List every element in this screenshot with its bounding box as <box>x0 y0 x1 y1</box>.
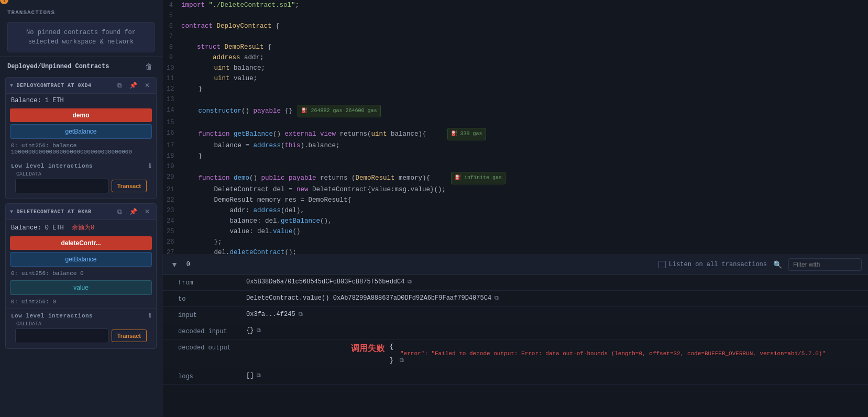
copy-address-icon[interactable]: ⧉ <box>115 81 124 90</box>
code-line: 21 DeleteContract del = new DeleteContra… <box>162 184 868 195</box>
close-deletecontract-icon[interactable]: ✕ <box>142 207 152 216</box>
line-number: 25 <box>162 226 182 237</box>
code-line: 19 <box>162 161 868 172</box>
line-number: 23 <box>162 205 182 216</box>
line-content: struct DemoResult { <box>181 42 868 52</box>
calldata-row-1: Transact <box>11 179 151 193</box>
line-number: 11 <box>162 73 182 84</box>
line-number: 6 <box>162 21 181 31</box>
lowlevel-header-2: Low level interactions ℹ <box>11 312 151 319</box>
code-line: 22 DemoResult memory res = DemoResult{ <box>162 195 868 205</box>
line-content: DemoResult memory res = DemoResult{ <box>182 195 868 205</box>
line-number: 17 <box>162 140 182 151</box>
line-content: value: del.value() <box>182 226 868 237</box>
tx-row-value: []⧉ <box>246 372 858 379</box>
getbalance-deploy-button[interactable]: getBalance <box>10 124 152 139</box>
tx-row-value: 0x3fa...4f245⧉ <box>246 311 858 318</box>
line-content: uint value; <box>182 73 868 84</box>
line-content: uint balance; <box>182 63 868 73</box>
copy-icon[interactable]: ⧉ <box>257 327 261 334</box>
line-number: 8 <box>162 42 181 52</box>
collapse-button[interactable]: ▼ <box>169 259 180 270</box>
code-line: 5 <box>162 10 868 21</box>
copy-icon[interactable]: ⧉ <box>257 372 261 379</box>
calldata-input-2[interactable] <box>15 328 108 343</box>
line-content: } <box>182 151 868 161</box>
deletecontract-header: ▼ DELETECONTRACT AT 0XAB ⧉ 📌 ✕ <box>6 204 156 220</box>
tx-row-label: from <box>178 278 241 287</box>
line-content: DeleteContract del = new DeleteContract{… <box>182 184 868 195</box>
code-line: 15 <box>162 117 868 128</box>
deletecontract-output2: 0: uint256: 0 <box>6 297 156 306</box>
code-line: 11 uint value; <box>162 73 868 84</box>
code-line: 9 address addr; <box>162 52 868 63</box>
line-number: 13 <box>162 94 182 105</box>
transact-button-2[interactable]: Transact <box>112 330 147 342</box>
code-editor[interactable]: 4import "./DeleteContract.sol";56contrac… <box>162 0 868 255</box>
no-pinned-message: No pinned contracts found for selected w… <box>7 22 155 52</box>
copy-icon[interactable]: ⧉ <box>408 279 412 285</box>
deploycontract-lowlevel: Low level interactions ℹ CALLDATA Transa… <box>6 159 156 195</box>
calldata-input-1[interactable] <box>15 179 108 193</box>
deletecontract-balance: Balance: 0 ETH 余额为0 <box>6 220 156 234</box>
line-content: addr: address(del), <box>182 205 868 216</box>
copy-address-icon-2[interactable]: ⧉ <box>115 207 124 216</box>
code-line: 7 <box>162 31 868 42</box>
line-number: 10 <box>162 63 182 73</box>
transact-button-1[interactable]: Transact <box>112 180 147 192</box>
code-line: 27 del.deleteContract(); <box>162 247 868 255</box>
copy-icon[interactable]: ⧉ <box>400 357 404 364</box>
chevron-down-icon-2: ▼ <box>10 209 14 215</box>
line-number: 15 <box>162 117 182 128</box>
tx-row-label: decoded output <box>178 343 241 352</box>
filter-input[interactable] <box>788 258 862 271</box>
pin-icon-2[interactable]: 📌 <box>127 207 139 216</box>
copy-icon[interactable]: ⧉ <box>495 295 499 301</box>
gas-badge: ⛽ 264882 gas 264600 gas <box>298 105 380 117</box>
line-number: 7 <box>162 31 181 42</box>
close-deploycontract-icon[interactable]: ✕ <box>142 81 152 90</box>
trash-icon[interactable]: 🗑 <box>143 61 155 72</box>
tx-row-label: decoded input <box>178 327 241 335</box>
tx-row: toDeleteContract.value() 0xAb78299A88863… <box>162 291 868 307</box>
json-close-row: }⧉ <box>390 357 858 364</box>
line-content: }; <box>182 237 868 247</box>
value-text: [] <box>246 372 254 379</box>
line-content: del.deleteContract(); <box>182 247 868 255</box>
chevron-down-icon: ▼ <box>10 83 14 89</box>
tx-row-value: {"error": "Failed to decode output: Erro… <box>390 343 858 364</box>
bottom-panel: ▼ 0 Listen on all transactions 🔍 from0x5… <box>162 255 868 417</box>
search-icon[interactable]: 🔍 <box>773 260 782 269</box>
tx-row-value: DeleteContract.value() 0xAb78299A888637a… <box>246 294 858 302</box>
error-message: "error": "Failed to decode output: Error… <box>390 350 858 357</box>
lowlevel-header-1: Low level interactions ℹ <box>11 162 151 169</box>
tx-table: from0x5B38Da6a701c568545dCFcB03FcB875f56… <box>162 275 868 417</box>
line-number: 20 <box>162 172 182 182</box>
tx-row: from0x5B38Da6a701c568545dCFcB03FcB875f56… <box>162 275 868 291</box>
tx-row-label: to <box>178 294 241 303</box>
deploycontract-name: DEPLOYCONTRACT AT 0XD4 <box>17 83 112 89</box>
pin-icon[interactable]: 📌 <box>127 81 139 90</box>
listen-checkbox[interactable] <box>658 261 666 268</box>
deletecontract-button[interactable]: deleteContr... <box>10 236 152 250</box>
demo-button[interactable]: demo <box>10 108 152 122</box>
line-number: 12 <box>162 84 182 94</box>
copy-icon[interactable]: ⧉ <box>299 311 303 317</box>
value-button[interactable]: value <box>10 280 152 295</box>
calldata-label-2: CALLDATA <box>11 321 151 327</box>
code-line: 4import "./DeleteContract.sol"; <box>162 0 868 10</box>
info-icon-2: ℹ <box>149 312 151 319</box>
tx-row-value: 0x5B38Da6a701c568545dCFcB03FcB875f56bedd… <box>246 278 858 286</box>
getbalance-delete-button[interactable]: getBalance <box>10 252 152 267</box>
call-fail-label: 调用失败 <box>351 343 384 354</box>
line-content: function demo() public payable returns (… <box>182 172 868 184</box>
line-content: balance = address(this).balance; <box>182 140 868 151</box>
code-line: 23 addr: address(del), <box>162 205 868 216</box>
code-line: 13 <box>162 94 868 105</box>
deletecontract-lowlevel: Low level interactions ℹ CALLDATA Transa… <box>6 309 156 345</box>
gas-badge: ⛽ 339 gas <box>447 128 486 140</box>
balance-zero-annotation: 余额为0 <box>72 224 94 232</box>
line-content: constructor() payable {}⛽ 264882 gas 264… <box>182 105 868 117</box>
deploycontract-output: 0: uint256: balance 10000000000000000000… <box>6 141 156 157</box>
code-line: 10 uint balance; <box>162 63 868 73</box>
